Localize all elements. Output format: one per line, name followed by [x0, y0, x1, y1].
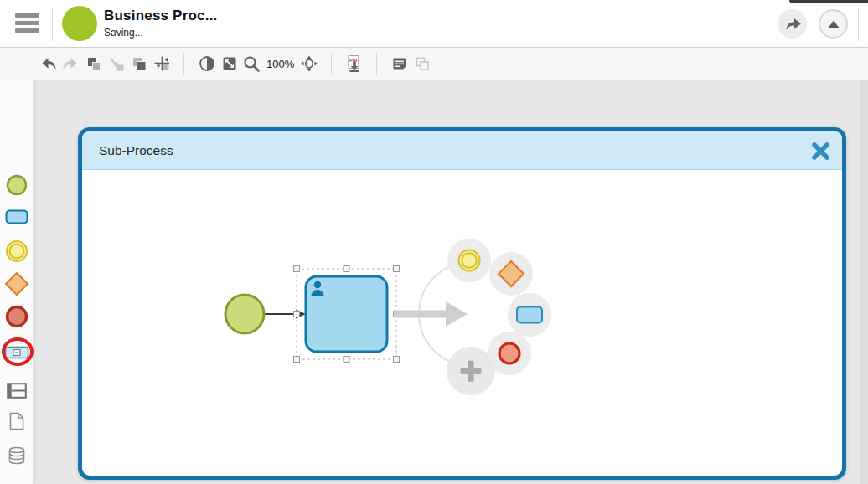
app-window: Business Proc... Saving... [0, 0, 868, 484]
saving-status: Saving... [104, 27, 217, 39]
reset-position-icon [300, 55, 318, 72]
palette-pool-lane[interactable] [0, 383, 34, 399]
contrast-icon [199, 55, 215, 72]
redo-button[interactable] [59, 51, 82, 76]
quick-add-gateway[interactable] [489, 252, 533, 296]
start-event-icon [6, 174, 28, 196]
notes-icon [391, 55, 408, 72]
database-icon [8, 446, 26, 465]
contrast-button[interactable] [195, 51, 218, 76]
quick-add-more-button[interactable] [447, 347, 495, 395]
palette-start-event[interactable] [0, 174, 34, 196]
notes-button[interactable] [388, 51, 411, 76]
copy-icon [85, 55, 102, 72]
toolbar-divider [331, 53, 332, 75]
start-event-node[interactable] [225, 295, 264, 333]
header-divider [52, 8, 53, 41]
collapse-button[interactable] [819, 9, 848, 39]
palette-sub-process[interactable] [0, 346, 34, 359]
subprocess-canvas[interactable] [82, 170, 842, 475]
intermediate-event-icon [5, 239, 28, 263]
quick-add-preview-arrow [394, 301, 468, 327]
export-pdf-icon: PDF [345, 54, 364, 73]
share-button[interactable] [778, 9, 807, 39]
sub-process-icon [4, 346, 29, 359]
zoom-level-label[interactable]: 100% [266, 58, 294, 70]
duplicate-icon [131, 55, 147, 72]
toolbar-divider [376, 53, 377, 75]
palette-document[interactable] [0, 412, 34, 430]
background-window-edge [789, 0, 868, 3]
snap-to-grid-button[interactable] [150, 51, 173, 76]
palette-task[interactable] [0, 209, 34, 224]
document-title[interactable]: Business Proc... [104, 8, 217, 24]
pool-lane-icon [7, 383, 27, 399]
redo-icon [62, 55, 80, 72]
palette-separator [0, 373, 34, 373]
close-button[interactable] [810, 141, 830, 161]
shape-palette: T [0, 80, 34, 484]
copy-diagram-button[interactable] [411, 51, 433, 76]
fit-to-screen-button[interactable] [218, 51, 240, 76]
gateway-icon [4, 271, 29, 296]
reset-position-button[interactable] [297, 51, 320, 76]
close-x-icon [811, 142, 830, 161]
task-icon [5, 209, 28, 224]
zoom-button[interactable] [240, 51, 263, 76]
title-block: Business Proc... Saving... [104, 8, 217, 39]
export-pdf-button[interactable]: PDF [343, 51, 365, 76]
dialog-title: Sub-Process [99, 131, 173, 170]
share-arrow-icon [783, 16, 802, 33]
palette-intermediate-event[interactable] [0, 239, 34, 263]
header-right-divider [858, 8, 859, 41]
quick-add-task[interactable] [508, 293, 551, 337]
collapse-up-icon [826, 19, 841, 29]
palette-end-event[interactable] [0, 305, 34, 328]
copy-diagram-icon [414, 55, 431, 72]
fit-to-screen-icon [221, 55, 238, 72]
undo-icon [39, 55, 57, 72]
header-bar: Business Proc... Saving... [0, 0, 868, 48]
quick-add-intermediate-event[interactable] [447, 239, 491, 282]
process-logo-circle[interactable] [62, 6, 97, 41]
duplicate-button[interactable] [127, 51, 150, 76]
hamburger-menu-icon[interactable] [15, 13, 40, 33]
subprocess-dialog-header: Sub-Process [82, 131, 842, 170]
palette-data-store[interactable] [0, 446, 34, 465]
undo-button[interactable] [37, 51, 59, 76]
palette-gateway[interactable] [0, 271, 34, 296]
snap-to-grid-icon [153, 55, 170, 72]
document-icon [8, 412, 25, 430]
paste-icon [108, 55, 125, 72]
canvas-right-gutter [860, 80, 868, 484]
subprocess-dialog: Sub-Process [78, 127, 846, 480]
toolbar-divider [183, 53, 184, 75]
copy-button[interactable] [82, 51, 105, 76]
end-event-icon [5, 305, 28, 328]
user-task-node[interactable] [306, 276, 387, 352]
magnifier-icon [243, 55, 261, 73]
toolbar: 100% PDF [0, 48, 868, 80]
paste-button[interactable] [105, 51, 127, 76]
subprocess-diagram [82, 170, 842, 475]
